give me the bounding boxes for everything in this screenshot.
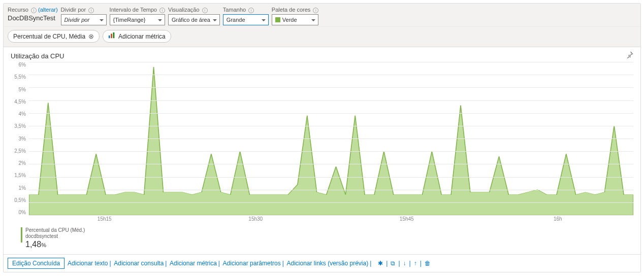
split-dropdown[interactable]: Dividir por (61, 14, 107, 25)
info-icon[interactable]: i (159, 8, 165, 13)
resource-label: Recurso i (alterar) (8, 7, 58, 13)
info-icon[interactable]: i (31, 8, 37, 13)
legend-sublabel: docdbsynctest (25, 233, 85, 239)
add-params-link[interactable]: Adicionar parâmetros (223, 260, 281, 267)
timerange-label: Intervalo de Tempo i (110, 7, 165, 13)
configuration-toolbar: Recurso i (alterar) DocDBSyncTest Dividi… (4, 4, 640, 27)
plot-area (29, 62, 633, 215)
info-icon[interactable]: i (202, 8, 208, 13)
visualization-dropdown[interactable]: Gráfico de área (168, 14, 220, 25)
legend-text: Percentual da CPU (Méd.) docdbsynctest 1… (25, 227, 85, 249)
split-label: Dividir por i (61, 7, 107, 13)
split-group: Dividir por i Dividir por (61, 7, 107, 25)
chart-legend: Percentual da CPU (Méd.) docdbsynctest 1… (11, 224, 633, 253)
visualization-group: Visualização i Gráfico de área (168, 7, 220, 25)
legend-value: 1,48% (25, 239, 85, 249)
info-icon[interactable]: i (248, 8, 254, 13)
close-icon[interactable]: ⊗ (88, 32, 94, 40)
size-dropdown[interactable]: Grande (223, 14, 269, 25)
add-text-link[interactable]: Adicionar texto (68, 260, 108, 267)
color-swatch-icon (275, 17, 280, 22)
done-editing-button[interactable]: Edição Concluída (8, 258, 65, 269)
move-down-icon[interactable]: ↓ (403, 260, 406, 267)
x-axis-labels: 15h1515h3015h4516h (29, 216, 633, 224)
metrics-panel: Recurso i (alterar) DocDBSyncTest Dividi… (3, 3, 641, 272)
palette-label: Paleta de cores i (272, 7, 319, 13)
svg-rect-1 (111, 34, 112, 39)
timerange-dropdown[interactable]: {TimeRange} (110, 14, 165, 25)
resource-value: DocDBSyncTest (8, 14, 58, 22)
info-icon[interactable]: i (313, 8, 318, 13)
visualization-label: Visualização i (168, 7, 220, 13)
bottom-icon-row: ✱| ⧉| ↓| ↑| 🗑 (378, 260, 431, 267)
add-links-link[interactable]: Adicionar links (versão prévia) (286, 260, 368, 267)
metric-chip[interactable]: Percentual de CPU, Média ⊗ (8, 30, 100, 43)
info-icon[interactable]: i (88, 8, 94, 13)
bottom-toolbar: Edição Concluída Adicionar texto| Adicio… (4, 254, 640, 272)
add-metric-label: Adicionar métrica (118, 33, 166, 40)
chart-plot: 6%5,5%5%4,5%4%3,5%3%2,5%2%1,5%1%0,5%0% 1… (11, 62, 633, 224)
bottom-links: Adicionar texto| Adicionar consulta| Adi… (68, 260, 373, 267)
add-metric-link[interactable]: Adicionar métrica (170, 260, 217, 267)
metric-chip-label: Percentual de CPU, Média (13, 33, 85, 40)
svg-rect-0 (109, 36, 110, 38)
metric-chip-row: Percentual de CPU, Média ⊗ Adicionar mét… (4, 27, 640, 47)
size-label: Tamanho i (223, 7, 269, 13)
chart-area: Utilização da CPU 6%5,5%5%4,5%4%3,5%3%2,… (4, 47, 640, 254)
move-up-icon[interactable]: ↑ (414, 260, 417, 267)
bar-chart-icon (108, 32, 115, 41)
resource-group: Recurso i (alterar) DocDBSyncTest (8, 7, 58, 22)
legend-color-bar (21, 227, 22, 243)
delete-icon[interactable]: 🗑 (425, 260, 431, 267)
copy-icon[interactable]: ⧉ (391, 260, 395, 267)
add-query-link[interactable]: Adicionar consulta (114, 260, 164, 267)
svg-rect-2 (113, 32, 115, 38)
change-resource-link[interactable]: (alterar) (38, 7, 58, 13)
timerange-group: Intervalo de Tempo i {TimeRange} (110, 7, 165, 25)
palette-dropdown[interactable]: Verde (272, 14, 319, 25)
size-group: Tamanho i Grande (223, 7, 269, 25)
pin-icon[interactable] (626, 51, 633, 60)
palette-group: Paleta de cores i Verde (272, 7, 319, 25)
add-metric-chip[interactable]: Adicionar métrica (103, 30, 171, 43)
settings-icon[interactable]: ✱ (378, 260, 383, 267)
y-axis-labels: 6%5,5%5%4,5%4%3,5%3%2,5%2%1,5%1%0,5%0% (11, 62, 28, 215)
legend-label: Percentual da CPU (Méd.) (25, 227, 85, 233)
chart-title: Utilização da CPU (11, 52, 633, 60)
